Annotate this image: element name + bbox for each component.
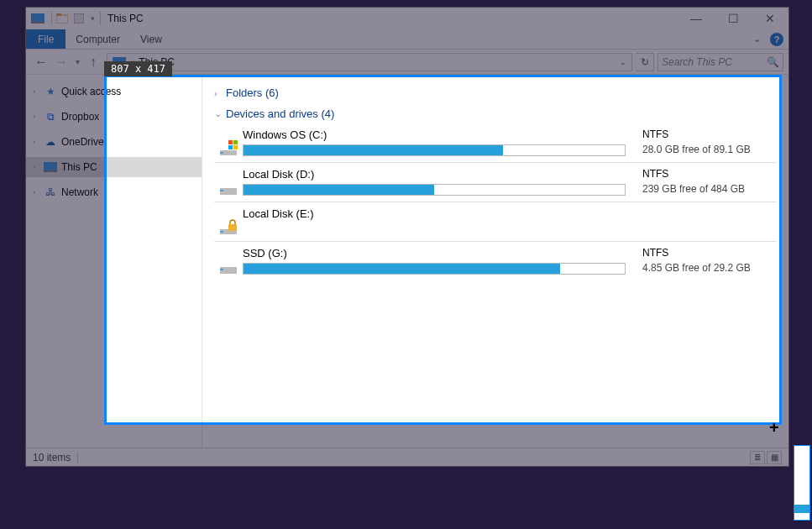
svg-rect-3 [56,13,61,16]
drive-name-label: Windows OS (C:) [243,128,626,141]
svg-rect-0 [31,13,45,22]
sidebar-item-onedrive[interactable]: › ☁ OneDrive [26,132,202,152]
drive-free-label: 28.0 GB free of 89.1 GB [642,144,777,155]
drive-free-label: 239 GB free of 484 GB [642,183,777,195]
usage-bar [243,144,626,156]
drive-row[interactable]: Local Disk (D:)NTFS239 GB free of 484 GB [214,163,777,202]
titlebar[interactable]: ▾ This PC — ☐ ✕ [26,8,788,29]
separator-icon [51,12,52,25]
drive-icon [214,247,243,275]
svg-rect-19 [228,224,237,231]
back-button[interactable]: ← [31,52,51,72]
search-input[interactable] [662,56,763,68]
search-icon[interactable]: 🔍 [767,56,779,68]
drive-name-label: Local Disk (E:) [243,207,626,220]
forward-button[interactable]: → [51,52,71,72]
drive-icon [214,168,243,196]
svg-rect-4 [74,13,84,24]
view-details-button[interactable]: ≣ [750,451,765,464]
separator-icon [77,452,78,464]
network-icon: 🖧 [43,186,58,198]
drive-free-label: 4.85 GB free of 29.2 GB [642,262,777,274]
maximize-button[interactable]: ☐ [715,8,752,29]
minimize-button[interactable]: — [678,8,715,29]
status-item-count: 10 items [33,452,71,464]
chevron-right-icon[interactable]: › [33,87,43,96]
svg-rect-18 [220,231,223,233]
qat-dropdown-icon[interactable]: ▾ [91,14,95,23]
svg-rect-2 [56,15,68,24]
close-button[interactable]: ✕ [752,8,788,29]
address-bar[interactable]: › This PC ⌄ [107,53,632,71]
refresh-button[interactable]: ↻ [636,53,654,71]
tab-computer[interactable]: Computer [65,29,130,49]
svg-rect-16 [220,190,223,191]
svg-rect-13 [228,145,233,149]
qat-folder-icon[interactable] [55,13,69,24]
tab-view[interactable]: View [130,29,172,49]
section-label: Devices and drives (4) [226,107,334,120]
svg-rect-10 [220,152,223,154]
sidebar-item-quick-access[interactable]: › ★ Quick access [26,81,202,102]
qat-properties-icon[interactable] [72,13,86,24]
svg-rect-21 [220,269,223,270]
star-icon: ★ [43,86,58,97]
separator-icon [100,12,101,25]
status-bar: 10 items ≣ ▦ [26,448,788,466]
file-tab[interactable]: File [26,29,65,49]
sidebar-item-label: Dropbox [61,111,99,123]
dropbox-icon: ⧉ [43,111,58,123]
cloud-icon: ☁ [43,136,58,148]
drive-fs-label: NTFS [642,168,777,180]
sidebar-item-label: This PC [61,161,97,173]
help-icon[interactable]: ? [770,33,783,46]
drive-icon [214,128,243,157]
view-tiles-button[interactable]: ▦ [767,451,782,464]
sidebar-item-network[interactable]: › 🖧 Network [26,182,202,202]
drive-row[interactable]: Local Disk (E:) [214,202,777,242]
app-icon [31,13,45,24]
svg-rect-11 [228,140,233,144]
ribbon-tabs: File Computer View ⌄ ? [26,29,788,50]
usage-bar [243,263,626,275]
window-title: This PC [107,13,144,24]
drive-fs-label: NTFS [642,247,777,259]
svg-rect-1 [31,22,45,24]
sidebar-item-label: OneDrive [61,136,104,148]
drive-row[interactable]: SSD (G:)NTFS4.85 GB free of 29.2 GB [214,242,777,280]
chevron-right-icon[interactable]: › [214,88,226,98]
sidebar-item-dropbox[interactable]: › ⧉ Dropbox [26,107,202,127]
drive-icon [214,207,243,236]
history-dropdown[interactable]: ▾ [71,57,83,66]
section-devices[interactable]: ⌄ Devices and drives (4) [214,107,777,120]
svg-rect-14 [233,145,238,149]
sidebar-item-this-pc[interactable]: › This PC [26,157,202,177]
chevron-right-icon[interactable]: › [33,188,43,196]
usage-bar [243,184,626,196]
ribbon-collapse-icon[interactable]: ⌄ [748,29,765,49]
sidebar-item-label: Quick access [61,86,121,97]
address-dropdown-icon[interactable]: ⌄ [615,58,631,66]
navigation-pane: › ★ Quick access › ⧉ Dropbox › ☁ OneDriv… [26,75,202,448]
sidebar-item-label: Network [61,186,98,198]
drive-name-label: SSD (G:) [243,247,626,259]
search-box[interactable]: 🔍 [657,53,783,71]
section-label: Folders (6) [226,86,279,99]
svg-rect-12 [233,140,238,144]
svg-rect-7 [44,162,57,170]
pc-icon [43,162,58,172]
content-pane: › Folders (6) ⌄ Devices and drives (4) W… [202,75,788,448]
chevron-right-icon[interactable]: › [33,113,43,121]
drive-name-label: Local Disk (D:) [243,168,626,181]
section-folders[interactable]: › Folders (6) [214,86,777,99]
chevron-right-icon[interactable]: › [33,138,43,146]
capture-preview-thumbnail[interactable] [794,445,810,521]
drive-row[interactable]: Windows OS (C:)NTFS28.0 GB free of 89.1 … [214,123,777,163]
up-button[interactable]: ↑ [83,52,103,72]
capture-size-badge: 807 x 417 [104,61,172,76]
svg-rect-8 [44,170,57,172]
chevron-right-icon[interactable]: › [33,163,43,171]
chevron-down-icon[interactable]: ⌄ [214,108,226,119]
drive-fs-label: NTFS [642,128,777,140]
